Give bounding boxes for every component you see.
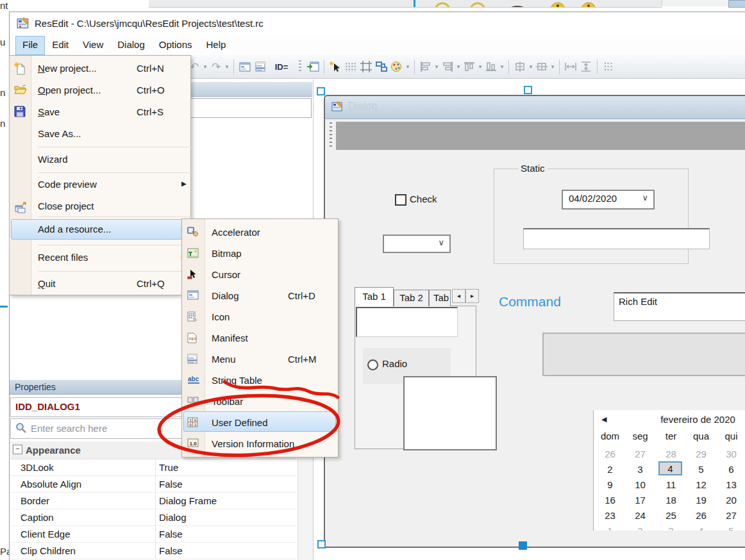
calendar-day[interactable]: 25: [656, 510, 686, 524]
same-height-icon[interactable]: [578, 59, 594, 74]
menu-item-code-preview[interactable]: Code preview ▶: [10, 174, 190, 195]
submenu-item-icon[interactable]: Icon: [182, 307, 338, 327]
center-vertical-icon[interactable]: [534, 59, 549, 74]
calendar-day[interactable]: 17: [625, 495, 655, 509]
command-link-control[interactable]: Command: [499, 294, 561, 309]
property-value[interactable]: Dialog Frame: [159, 495, 217, 506]
align-left-dropdown-icon[interactable]: ▾: [433, 63, 440, 70]
palette-icon[interactable]: [389, 59, 405, 74]
same-width-icon[interactable]: [563, 59, 578, 74]
tab-2[interactable]: Tab 2: [394, 290, 429, 306]
listbox-control[interactable]: [403, 376, 497, 450]
calendar-day[interactable]: 2: [595, 464, 625, 478]
calendar-day[interactable]: 3: [656, 525, 686, 531]
menu-item-close-project[interactable]: Close project: [10, 196, 190, 217]
toolbar-grip[interactable]: [299, 60, 301, 73]
id-equals-button[interactable]: ID=: [268, 59, 295, 74]
calendar-day[interactable]: 24: [625, 510, 655, 524]
menu-edit[interactable]: Edit: [45, 36, 76, 55]
menu-file[interactable]: File: [15, 36, 45, 55]
align-top-icon[interactable]: [462, 59, 477, 74]
align-bottom-icon[interactable]: [483, 59, 499, 74]
menu-dialog[interactable]: Dialog: [110, 36, 152, 55]
undo-dropdown-icon[interactable]: ▾: [202, 63, 208, 70]
collapse-icon[interactable]: −: [13, 445, 22, 454]
redo-icon[interactable]: ↷: [208, 59, 224, 74]
selection-handle[interactable]: [317, 540, 326, 548]
edit-control[interactable]: [523, 228, 710, 249]
submenu-item-version-information[interactable]: 1.0 Version Information: [182, 434, 338, 454]
menu-item-recent-files[interactable]: Recent files ▶: [10, 247, 190, 268]
tab-scroll-left-icon[interactable]: ◂: [452, 289, 465, 303]
align-right-dropdown-icon[interactable]: ▾: [455, 63, 462, 70]
test-dialog-icon[interactable]: [305, 59, 321, 74]
select-pointer-icon[interactable]: [328, 59, 343, 74]
property-value[interactable]: True: [159, 462, 178, 473]
calendar-day[interactable]: 5: [686, 464, 716, 478]
redo-dropdown-icon[interactable]: ▾: [224, 63, 230, 70]
menu-item-new-project[interactable]: New project... Ctrl+N: [10, 58, 190, 79]
toolbar-control-placeholder[interactable]: [336, 122, 745, 150]
calendar-day[interactable]: 26: [595, 449, 625, 463]
edited-dialog-titlebar[interactable]: [324, 95, 745, 119]
submenu-item-menu[interactable]: Menu Ctrl+M: [182, 349, 338, 370]
calendar-day[interactable]: 27: [716, 510, 745, 524]
calendar-day[interactable]: 5: [716, 525, 745, 531]
calendar-title[interactable]: fevereiro de 2020: [629, 414, 745, 425]
new-menu-icon[interactable]: [253, 59, 268, 74]
property-value[interactable]: False: [159, 479, 183, 490]
palette-dropdown-icon[interactable]: ▾: [405, 63, 411, 70]
richedit-control[interactable]: Rich Edit: [614, 292, 745, 321]
property-row[interactable]: [10, 492, 296, 509]
align-left-icon[interactable]: [418, 59, 433, 74]
calendar-day[interactable]: 30: [716, 449, 745, 463]
month-calendar-control[interactable]: ◀ fevereiro de 2020 dom seg ter qua qui …: [593, 410, 745, 531]
calendar-day[interactable]: 12: [686, 479, 716, 493]
calendar-day[interactable]: 26: [686, 510, 716, 524]
calendar-day[interactable]: 20: [716, 495, 745, 509]
selection-handle[interactable]: [524, 86, 532, 94]
tab-3[interactable]: Tab: [429, 290, 451, 306]
tab-1[interactable]: Tab 1: [355, 287, 394, 306]
submenu-item-toolbar[interactable]: Toolbar: [182, 391, 338, 412]
submenu-item-dialog[interactable]: Dialog Ctrl+D: [182, 286, 338, 306]
calendar-day[interactable]: 6: [716, 464, 745, 478]
clipped-toolbar-icon[interactable]: [601, 59, 616, 74]
menu-item-open-project[interactable]: Open project... Ctrl+O: [10, 80, 190, 101]
combobox-control[interactable]: ∨: [383, 235, 451, 253]
menu-item-quit[interactable]: Quit Ctrl+Q: [10, 274, 190, 294]
menu-item-save-as[interactable]: Save As...: [10, 124, 190, 144]
submenu-item-bitmap[interactable]: Bitmap: [182, 243, 338, 264]
submenu-item-user-defined[interactable]: 1001 User Defined: [182, 413, 338, 433]
frame-guides-icon[interactable]: [358, 59, 374, 74]
grid-toggle-icon[interactable]: [343, 59, 358, 74]
date-picker-control[interactable]: 04/02/2020 ∨: [562, 190, 655, 210]
check-control-box[interactable]: [395, 194, 406, 206]
calendar-day[interactable]: 28: [656, 449, 686, 463]
selection-handle[interactable]: [317, 87, 325, 95]
calendar-day[interactable]: 19: [686, 495, 716, 509]
tab-order-icon[interactable]: [374, 59, 389, 74]
property-value[interactable]: False: [159, 545, 183, 556]
align-right-icon[interactable]: [440, 59, 455, 74]
selection-handle-active[interactable]: [519, 541, 527, 550]
align-top-dropdown-icon[interactable]: ▾: [477, 63, 483, 70]
calendar-day[interactable]: 2: [625, 525, 655, 531]
calendar-selected-day[interactable]: 4: [658, 461, 682, 475]
tab-page-edit-control[interactable]: [356, 307, 458, 337]
calendar-day[interactable]: 23: [595, 510, 625, 524]
property-value[interactable]: Dialog: [159, 512, 187, 523]
property-value[interactable]: False: [159, 529, 183, 539]
menu-options[interactable]: Options: [152, 36, 199, 55]
menu-item-wizard[interactable]: Wizard: [10, 149, 190, 170]
center-vertical-dropdown-icon[interactable]: ▾: [549, 63, 556, 70]
menu-item-add-a-resource[interactable]: Add a resource... ▶: [10, 219, 190, 240]
tab-scroll-right-icon[interactable]: ▸: [465, 289, 479, 303]
calendar-day[interactable]: 3: [625, 464, 655, 478]
group-box-control[interactable]: [494, 169, 689, 264]
submenu-item-string-table[interactable]: abc String Table: [182, 370, 338, 391]
calendar-day[interactable]: 16: [595, 495, 625, 509]
new-dialog-icon[interactable]: [237, 59, 253, 74]
calendar-day[interactable]: 1: [595, 525, 625, 531]
submenu-item-cursor[interactable]: Cursor: [182, 265, 338, 285]
